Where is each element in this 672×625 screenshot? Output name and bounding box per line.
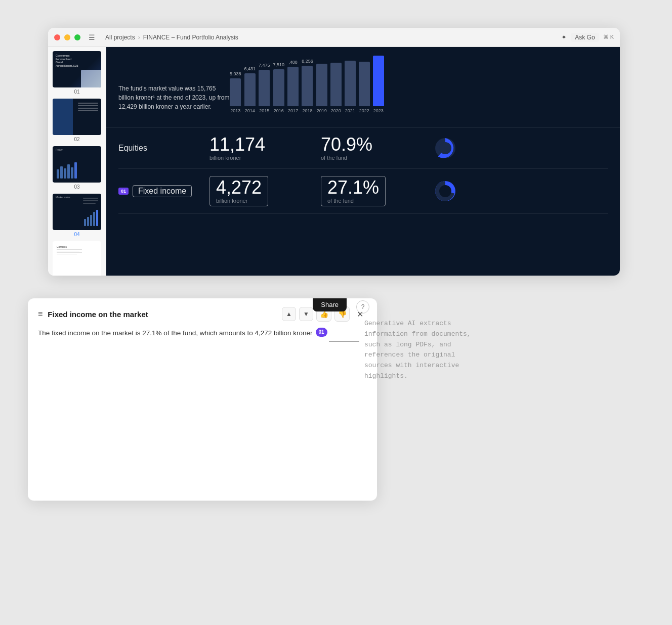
nav-up-button[interactable]: ▲ (282, 307, 296, 321)
slide-thumb-05[interactable]: Contents (51, 241, 103, 276)
slide-label-01: 01 (74, 89, 79, 95)
equities-unit: billion kroner (209, 155, 311, 161)
bar-2015: 7,475 2015 (259, 63, 270, 113)
fixed-income-unit: billion kroner (216, 198, 262, 204)
equities-pie-chart (432, 135, 458, 161)
bar-chart: 5,038 2013 6,431 2014 7,475 2015 (230, 54, 608, 123)
bottom-panel: Share ? ≡ Fixed income on the market ▲ ▼… (28, 298, 377, 501)
bar-2018: 8,256 2018 (302, 59, 313, 113)
equities-value: 11,174 (209, 136, 311, 154)
equities-label: Equities (118, 144, 199, 153)
fixed-income-percent-label: of the fund (327, 198, 379, 204)
stats-section: Equities 11,174 billion kroner 70.9% of … (106, 128, 620, 214)
list-icon: ≡ (38, 309, 43, 319)
bar-2020: 2020 (330, 61, 342, 113)
equities-percent-block: 70.9% of the fund (321, 136, 422, 161)
slide-img-04: Market value (53, 194, 101, 230)
bar-2022: 2022 (359, 60, 370, 113)
fixed-income-percent: 27.1% (327, 178, 379, 197)
ai-panel-text: The fixed income on the market is 27.1% … (38, 328, 313, 339)
annotation-text: Generative AI extractsinformation from d… (359, 319, 562, 382)
fixed-income-label-area: 01 Fixed income (118, 185, 199, 197)
slide-thumb-03[interactable]: Return 03 (51, 146, 103, 190)
sidebar-toggle-icon[interactable]: ☰ (89, 33, 95, 41)
main-content: The fund's market value was 15,765 billi… (106, 47, 620, 276)
bar-2021: 2021 (345, 59, 356, 113)
slide-img-02 (53, 99, 101, 135)
bar-2023: 2023 (373, 54, 384, 113)
bar-2016: 7,510 2016 (273, 62, 285, 113)
equities-percent-label: of the fund (321, 155, 422, 161)
side-annotation: Generative AI extractsinformation from d… (359, 319, 562, 382)
slide-thumb-04[interactable]: Market value 04 (51, 194, 103, 237)
bar-2013: 5,038 2013 (230, 71, 241, 113)
slide-img-01: GovernmentPension FundGlobalAnnual Repor… (53, 51, 101, 87)
slide-label-03: 03 (74, 184, 79, 190)
maximize-window-btn[interactable] (74, 34, 80, 40)
help-button[interactable]: ? (356, 300, 369, 314)
close-window-btn[interactable] (54, 34, 60, 40)
fixed-income-value-box: 4,272 billion kroner (209, 176, 268, 206)
breadcrumb-current[interactable]: FINANCE – Fund Portfolio Analysis (143, 34, 238, 41)
fixed-income-value: 4,272 (216, 178, 262, 197)
slide-label-02: 02 (74, 137, 79, 142)
titlebar: ☰ All projects › FINANCE – Fund Portfoli… (48, 28, 620, 47)
slide-img-05: Contents (53, 241, 101, 276)
ask-go-button[interactable]: Ask Go (571, 33, 599, 42)
breadcrumb: All projects › FINANCE – Fund Portfolio … (105, 34, 238, 41)
bar-2014: 6,431 2014 (244, 66, 256, 113)
fixed-income-badge: 01 (118, 188, 129, 195)
breadcrumb-separator: › (138, 34, 140, 41)
slide-thumb-02[interactable]: 02 (51, 99, 103, 142)
share-button[interactable]: Share (313, 298, 347, 311)
bar-2019: 2019 (316, 62, 327, 113)
shortcut-badge: ⌘ K (603, 34, 614, 40)
fixed-income-label: Fixed income (133, 185, 192, 197)
slide-sidebar: GovernmentPension FundGlobalAnnual Repor… (48, 47, 106, 276)
chart-description: The fund's market value was 15,765 billi… (118, 84, 230, 123)
fixed-income-percent-box: 27.1% of the fund (321, 176, 386, 206)
equities-percent: 70.9% (321, 136, 422, 154)
fixed-income-row: 01 Fixed income 4,272 billion kroner 27.… (118, 169, 608, 214)
ai-panel-body: The fixed income on the market is 27.1% … (38, 328, 367, 339)
ask-go-area: ✦ Ask Go ⌘ K (561, 33, 614, 42)
fixed-income-percent-block: 27.1% of the fund (321, 176, 422, 206)
ai-panel-title: Fixed income on the market (48, 310, 277, 319)
svg-point-1 (439, 142, 451, 154)
equities-value-block: 11,174 billion kroner (209, 136, 311, 161)
top-window: ☰ All projects › FINANCE – Fund Portfoli… (48, 28, 620, 276)
annotation-line (329, 341, 359, 342)
fixed-income-value-block: 4,272 billion kroner (209, 176, 311, 206)
ai-reference-badge[interactable]: 01 (316, 328, 327, 337)
slide-thumb-01[interactable]: GovernmentPension FundGlobalAnnual Repor… (51, 51, 103, 95)
minimize-window-btn[interactable] (64, 34, 70, 40)
chart-section: The fund's market value was 15,765 billi… (106, 47, 620, 128)
equities-row: Equities 11,174 billion kroner 70.9% of … (118, 128, 608, 169)
star-icon: ✦ (561, 33, 567, 41)
bar-2017: ,488 2017 (287, 60, 299, 113)
slide-label-04: 04 (74, 232, 79, 237)
slide-img-03: Return (53, 146, 101, 183)
breadcrumb-all-projects[interactable]: All projects (105, 34, 135, 41)
svg-point-3 (439, 185, 451, 197)
window-body: GovernmentPension FundGlobalAnnual Repor… (48, 47, 620, 276)
fixed-income-pie-chart (432, 178, 458, 204)
nav-down-button[interactable]: ▼ (299, 307, 313, 321)
